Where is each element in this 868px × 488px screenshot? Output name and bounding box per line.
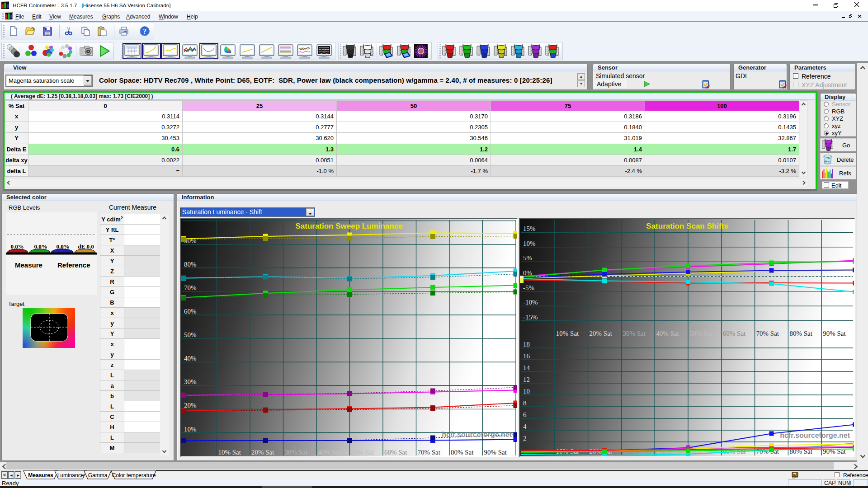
svg-text:0.0%: 0.0% <box>10 243 24 250</box>
svg-text:10% Sat: 10% Sat <box>218 449 241 456</box>
svg-text:10%: 10% <box>523 240 536 247</box>
svg-text:Measure: Measure <box>15 261 42 269</box>
svg-text:-15%: -15% <box>523 314 538 321</box>
svg-text:60% Sat: 60% Sat <box>723 330 746 337</box>
svg-text:10% Sat: 10% Sat <box>556 330 579 337</box>
svg-text:10: 10 <box>523 388 530 395</box>
svg-text:Gamma: Gamma <box>88 472 108 479</box>
svg-text:2: 2 <box>523 435 527 442</box>
svg-text:14: 14 <box>523 364 530 371</box>
svg-text:Saturation Scan Shifts: Saturation Scan Shifts <box>646 222 728 230</box>
svg-text:18: 18 <box>523 341 530 348</box>
svg-text:0.0%: 0.0% <box>34 243 47 250</box>
svg-text:50% Sat: 50% Sat <box>689 330 712 337</box>
svg-text:20% Sat: 20% Sat <box>590 330 613 337</box>
svg-text:6: 6 <box>523 411 527 418</box>
svg-text:hcfr.sourceforge.net: hcfr.sourceforge.net <box>780 432 850 439</box>
svg-text:Luminance: Luminance <box>57 472 84 479</box>
svg-text:hcfr.sourceforge.net: hcfr.sourceforge.net <box>442 431 512 438</box>
svg-text:30% Sat: 30% Sat <box>285 449 308 456</box>
svg-text:20% Sat: 20% Sat <box>251 449 274 456</box>
svg-text:90% Sat: 90% Sat <box>484 449 507 456</box>
svg-text:5%: 5% <box>523 254 532 262</box>
svg-text:15%: 15% <box>523 225 536 232</box>
svg-text:4: 4 <box>523 423 527 430</box>
svg-text:30%: 30% <box>184 378 197 385</box>
svg-text:Measures: Measures <box>28 472 53 479</box>
svg-text:30% Sat: 30% Sat <box>623 330 646 337</box>
svg-text:Reference: Reference <box>57 261 90 269</box>
svg-text:Saturation Sweep Luminance: Saturation Sweep Luminance <box>295 222 402 230</box>
svg-text:16: 16 <box>523 352 530 360</box>
svg-text:80% Sat: 80% Sat <box>789 330 812 337</box>
svg-text:60% Sat: 60% Sat <box>384 449 407 456</box>
svg-text:80%: 80% <box>184 261 197 268</box>
svg-text:70% Sat: 70% Sat <box>418 449 441 456</box>
svg-text:dE 0.0: dE 0.0 <box>78 243 94 250</box>
svg-text:40%: 40% <box>184 355 197 362</box>
svg-text:40% Sat: 40% Sat <box>318 449 341 456</box>
svg-text:40% Sat: 40% Sat <box>656 330 679 337</box>
svg-text:10%: 10% <box>184 426 197 433</box>
svg-text:80% Sat: 80% Sat <box>451 449 474 456</box>
svg-text:-5%: -5% <box>523 284 534 291</box>
svg-text:70%: 70% <box>184 284 197 291</box>
svg-text:Color temperature: Color temperature <box>112 472 156 479</box>
svg-text:90% Sat: 90% Sat <box>823 330 846 337</box>
svg-text:-10%: -10% <box>523 299 538 306</box>
svg-text:70% Sat: 70% Sat <box>756 330 779 337</box>
svg-text:50%: 50% <box>184 331 197 338</box>
svg-text:50% Sat: 50% Sat <box>351 449 374 456</box>
svg-text:60%: 60% <box>184 308 197 315</box>
svg-text:0.0%: 0.0% <box>56 243 69 250</box>
svg-text:12: 12 <box>523 376 530 383</box>
svg-text:?: ? <box>143 28 146 35</box>
svg-text:8: 8 <box>523 399 527 407</box>
svg-text:20%: 20% <box>184 402 197 409</box>
